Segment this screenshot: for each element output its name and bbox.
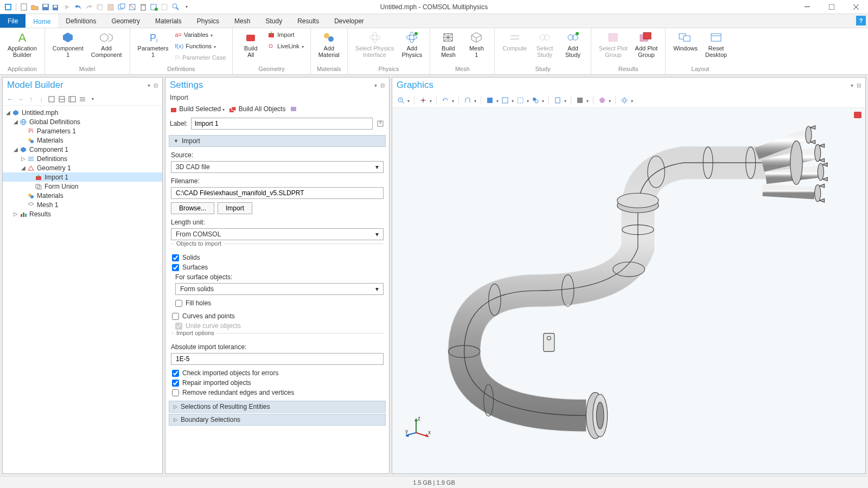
livelink-button[interactable]: LiveLink: [265, 41, 305, 52]
panel-pin-icon[interactable]: ⊟: [857, 82, 861, 88]
render-icon[interactable]: [576, 96, 584, 105]
list-icon[interactable]: [78, 95, 87, 104]
sync-icon[interactable]: [149, 2, 159, 12]
import-button[interactable]: Import: [265, 29, 305, 40]
fill-holes-checkbox[interactable]: [175, 300, 182, 307]
browse-button[interactable]: Browse...: [171, 202, 214, 214]
tree-form-union[interactable]: Form Union: [3, 182, 162, 191]
panel-menu-icon[interactable]: ▾: [148, 82, 150, 88]
undo-icon[interactable]: [73, 2, 83, 12]
tree-mesh-1[interactable]: Mesh 1: [3, 200, 162, 209]
cut-icon[interactable]: [127, 2, 137, 12]
expand-icon[interactable]: [47, 95, 56, 104]
import-file-button[interactable]: Import: [218, 202, 252, 214]
add-study-button[interactable]: Add Study: [559, 29, 586, 59]
close-button[interactable]: [844, 0, 868, 14]
remove-redundant-checkbox[interactable]: [172, 389, 179, 396]
redo-icon[interactable]: [84, 2, 94, 12]
maximize-button[interactable]: [819, 0, 844, 14]
tree-materials-component[interactable]: Materials: [3, 191, 162, 200]
select-box-icon[interactable]: [516, 96, 525, 105]
tree-import-1[interactable]: Import 1: [3, 172, 162, 182]
tab-geometry[interactable]: Geometry: [104, 14, 148, 28]
filename-input[interactable]: [171, 187, 384, 199]
reset-desktop-button[interactable]: Reset Desktop: [702, 29, 730, 59]
panel-menu-icon[interactable]: ▾: [851, 82, 853, 88]
tree-component-1[interactable]: ◢Component 1: [3, 145, 162, 154]
save-icon[interactable]: [41, 2, 50, 12]
save-as-icon[interactable]: [52, 2, 61, 12]
disable-icon[interactable]: [160, 2, 170, 12]
section-selections[interactable]: ▷Selections of Resulting Entities: [169, 401, 386, 413]
add-physics-button[interactable]: Add Physics: [398, 29, 425, 59]
scene-icon[interactable]: [598, 96, 607, 105]
label-input[interactable]: [191, 118, 373, 130]
tab-file[interactable]: File: [0, 14, 25, 28]
show-icon[interactable]: [68, 95, 76, 104]
application-builder-button[interactable]: A Application Builder: [4, 29, 40, 59]
select-none-icon[interactable]: [501, 96, 509, 105]
tolerance-input[interactable]: [171, 353, 384, 365]
model-tree[interactable]: ◢Untitled.mph ◢Global Definitions PiPara…: [3, 106, 162, 473]
qat-customize[interactable]: [182, 2, 192, 12]
graphics-corner-icon[interactable]: [853, 111, 862, 119]
clipboard-icon[interactable]: [553, 96, 562, 105]
panel-menu-icon[interactable]: ▾: [374, 82, 377, 88]
tab-study[interactable]: Study: [258, 14, 290, 28]
build-all-button[interactable]: Build All: [237, 29, 264, 59]
tab-definitions[interactable]: Definitions: [58, 14, 104, 28]
duplicate-icon[interactable]: [117, 2, 126, 12]
extra-icon[interactable]: [290, 106, 297, 112]
check-errors-checkbox[interactable]: [172, 370, 179, 377]
tab-physics[interactable]: Physics: [189, 14, 227, 28]
select-toggle-icon[interactable]: [531, 96, 540, 105]
copy-icon[interactable]: [95, 2, 105, 12]
repair-checkbox[interactable]: [172, 380, 179, 387]
length-unit-select[interactable]: From COMSOL▾: [171, 228, 384, 240]
tab-developer[interactable]: Developer: [327, 14, 372, 28]
parameters-button[interactable]: Pi Parameters 1: [135, 29, 172, 59]
curves-points-checkbox[interactable]: [172, 313, 179, 320]
functions-button[interactable]: f(x)Functions: [173, 41, 228, 52]
select-all-icon[interactable]: [486, 96, 494, 105]
delete-icon[interactable]: [138, 2, 148, 12]
surfaces-checkbox[interactable]: [172, 264, 179, 271]
variables-button[interactable]: a=Variables: [173, 29, 228, 40]
open-icon[interactable]: [30, 2, 40, 12]
tab-home[interactable]: Home: [25, 14, 58, 28]
view-icon[interactable]: [463, 96, 472, 105]
solids-checkbox[interactable]: [172, 254, 179, 261]
section-import[interactable]: ▼Import: [169, 135, 386, 147]
find-icon[interactable]: [171, 2, 181, 12]
section-boundary[interactable]: ▷Boundary Selections: [169, 414, 386, 426]
tree-materials-global[interactable]: Materials: [3, 136, 162, 145]
run-icon[interactable]: [62, 2, 72, 12]
collapse-icon[interactable]: [58, 95, 66, 104]
label-link-icon[interactable]: [376, 119, 385, 128]
help-button[interactable]: ?: [856, 16, 866, 25]
paste-icon[interactable]: [106, 2, 116, 12]
forward-icon[interactable]: →: [16, 95, 25, 104]
tab-results[interactable]: Results: [290, 14, 327, 28]
up-icon[interactable]: ↑: [27, 95, 35, 104]
zoom-extents-icon[interactable]: [419, 96, 427, 105]
component-button[interactable]: Component 1: [49, 29, 87, 59]
down-icon[interactable]: ↓: [37, 95, 46, 104]
rotate-icon[interactable]: [441, 96, 450, 105]
back-icon[interactable]: ←: [6, 95, 15, 104]
add-component-button[interactable]: Add Component: [88, 29, 125, 59]
mesh-button[interactable]: Mesh 1: [463, 29, 490, 59]
tree-results[interactable]: ▷Results: [3, 209, 162, 219]
tab-mesh[interactable]: Mesh: [227, 14, 258, 28]
graphics-viewport[interactable]: z x y: [392, 108, 865, 473]
build-selected-button[interactable]: Build Selected: [170, 105, 225, 113]
new-icon[interactable]: [19, 2, 29, 12]
build-mesh-button[interactable]: Build Mesh: [435, 29, 462, 59]
tree-root[interactable]: ◢Untitled.mph: [3, 108, 162, 117]
tree-geometry-1[interactable]: ◢Geometry 1: [3, 163, 162, 172]
tree-parameters-1[interactable]: PiParameters 1: [3, 126, 162, 136]
minimize-button[interactable]: [795, 0, 819, 14]
tree-options[interactable]: [88, 95, 97, 104]
add-material-button[interactable]: Add Material: [315, 29, 343, 59]
panel-pin-icon[interactable]: ⊟: [380, 82, 385, 88]
